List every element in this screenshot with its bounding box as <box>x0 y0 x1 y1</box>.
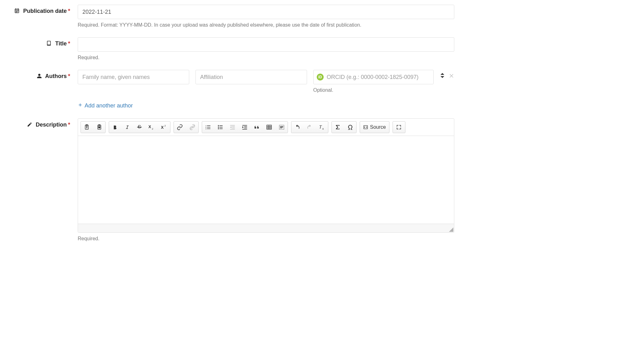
strikethrough-button[interactable] <box>133 122 146 133</box>
unlink-button[interactable] <box>186 122 198 133</box>
unordered-list-button[interactable] <box>214 122 227 133</box>
orcid-icon: iD <box>317 74 324 81</box>
publication-date-label: Publication date* <box>3 5 78 15</box>
editor-footer <box>78 224 454 232</box>
add-author-link[interactable]: Add another author <box>78 102 133 109</box>
remove-author-icon[interactable] <box>449 73 454 78</box>
svg-marker-24 <box>230 126 232 128</box>
title-input[interactable] <box>78 37 454 52</box>
svg-point-15 <box>218 127 219 127</box>
indent-button[interactable] <box>239 122 251 133</box>
outdent-button[interactable] <box>227 122 239 133</box>
svg-rect-18 <box>220 127 223 127</box>
superscript-button[interactable]: X2 <box>158 122 170 133</box>
redo-button[interactable] <box>304 122 316 133</box>
description-label: Description* <box>3 118 78 129</box>
user-icon <box>37 73 42 80</box>
editor-toolbar: T W X2 X2 <box>78 119 454 136</box>
field-publication-date: Publication date* Required. Format: YYYY… <box>3 5 454 28</box>
svg-rect-17 <box>220 125 223 126</box>
svg-marker-0 <box>441 73 444 75</box>
sort-handle-icon[interactable] <box>440 72 445 79</box>
required-asterisk: * <box>68 40 70 47</box>
svg-text:X: X <box>149 125 151 129</box>
subscript-button[interactable]: X2 <box>146 122 158 133</box>
blockquote-button[interactable] <box>251 122 263 133</box>
authors-label: Authors* <box>3 70 78 80</box>
title-help: Required. <box>78 55 454 60</box>
italic-button[interactable] <box>121 122 133 133</box>
math-sigma-button[interactable] <box>332 122 344 133</box>
undo-button[interactable] <box>291 122 304 133</box>
link-button[interactable] <box>174 122 186 133</box>
paste-text-button[interactable]: T <box>81 122 93 133</box>
book-icon <box>46 40 52 48</box>
plus-icon <box>78 102 83 109</box>
table-button[interactable] <box>263 122 275 133</box>
svg-rect-27 <box>244 128 247 128</box>
svg-rect-28 <box>242 129 247 130</box>
required-asterisk: * <box>68 122 70 128</box>
field-authors: Authors* iD Optional. <box>3 70 454 109</box>
svg-text:T: T <box>319 124 322 129</box>
source-button[interactable]: Source <box>360 122 389 133</box>
code-block-button[interactable] <box>275 122 288 133</box>
svg-text:2: 2 <box>152 127 153 130</box>
svg-rect-19 <box>220 128 223 129</box>
rich-text-editor: T W X2 X2 <box>78 118 454 233</box>
required-asterisk: * <box>68 8 70 14</box>
svg-rect-23 <box>230 129 235 130</box>
description-help: Required. <box>78 236 454 242</box>
special-char-button[interactable] <box>344 122 356 133</box>
maximize-button[interactable] <box>393 122 405 133</box>
svg-marker-29 <box>242 126 244 128</box>
author-affiliation-input[interactable] <box>195 70 307 84</box>
pencil-icon <box>27 122 32 129</box>
calendar-icon <box>14 8 20 15</box>
svg-rect-26 <box>244 127 247 127</box>
resize-grip-icon[interactable] <box>448 227 453 232</box>
svg-point-16 <box>218 128 219 129</box>
svg-rect-30 <box>267 125 272 129</box>
orcid-optional-text: Optional. <box>313 87 434 93</box>
svg-text:2: 2 <box>164 124 165 127</box>
svg-text:W: W <box>98 126 100 128</box>
publication-date-help: Required. Format: YYYY-MM-DD. In case yo… <box>78 22 454 28</box>
svg-point-14 <box>218 125 219 126</box>
svg-text:X: X <box>161 125 164 130</box>
field-description: Description* T W <box>3 118 454 242</box>
svg-text:x: x <box>322 127 324 130</box>
publication-date-input[interactable] <box>78 5 454 19</box>
author-name-input[interactable] <box>78 70 189 84</box>
editor-textarea[interactable] <box>78 136 454 224</box>
svg-text:T: T <box>86 126 87 128</box>
svg-rect-22 <box>232 128 235 128</box>
field-title: Title* Required. <box>3 37 454 60</box>
required-asterisk: * <box>68 73 70 79</box>
bold-button[interactable] <box>109 122 121 133</box>
title-label: Title* <box>3 37 78 48</box>
paste-word-button[interactable]: W <box>93 122 105 133</box>
svg-marker-1 <box>441 76 444 78</box>
ordered-list-button[interactable] <box>202 122 214 133</box>
remove-format-button[interactable]: Tx <box>316 122 328 133</box>
svg-rect-8 <box>137 127 142 127</box>
svg-rect-21 <box>232 127 235 127</box>
author-orcid-input[interactable] <box>313 70 434 84</box>
svg-rect-25 <box>242 125 247 126</box>
svg-rect-20 <box>230 125 235 126</box>
